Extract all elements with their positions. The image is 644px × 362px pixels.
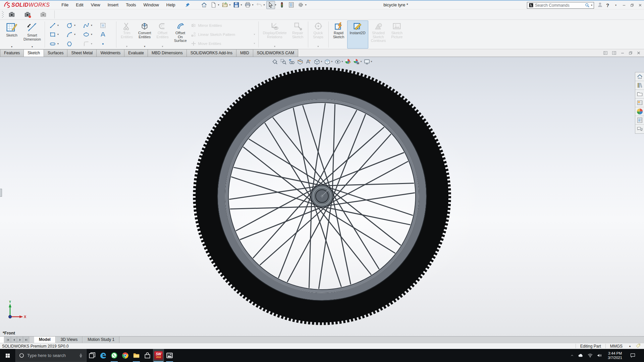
fillet-tool[interactable]: ▾ (81, 40, 97, 48)
open-dropdown-caret[interactable]: ▾ (229, 4, 231, 6)
taskbar-clock[interactable]: 3:44 PM 3/7/2021 (608, 351, 622, 360)
tab-weldments[interactable]: Weldments (96, 49, 124, 57)
move-entities-flyout-caret[interactable]: ▾ (254, 42, 255, 45)
zoom-fit-button[interactable] (271, 58, 279, 66)
point-tool[interactable] (98, 40, 114, 48)
smart-dimension-button[interactable]: Smart Dimension▾ (21, 20, 43, 49)
quick-snaps-button[interactable]: Quick Snaps▾ (310, 20, 327, 49)
menu-help[interactable]: Help (163, 1, 179, 9)
new-doc-button[interactable] (209, 1, 218, 9)
undo-dropdown-caret[interactable]: ▾ (264, 4, 265, 6)
trim-entities-flyout-caret[interactable]: ▾ (126, 45, 127, 48)
tab-sheet-metal[interactable]: Sheet Metal (67, 49, 97, 57)
doc-tab-motion-study-1[interactable]: Motion Study 1 (83, 337, 119, 343)
help-button[interactable]: ? (606, 2, 612, 8)
search-commands-input[interactable] (535, 3, 583, 8)
select-cursor-dropdown-caret[interactable]: ▾ (275, 4, 276, 6)
tab-sketch[interactable]: Sketch (23, 49, 44, 57)
fillet-flyout-caret[interactable]: ▾ (91, 43, 92, 45)
view-settings-dropdown-caret[interactable]: ▾ (371, 60, 372, 63)
repair-sketch-button[interactable]: Repair Sketch (289, 20, 306, 49)
volume-button[interactable] (597, 353, 602, 358)
select-cursor-button[interactable] (266, 1, 275, 9)
collapse-left-icon[interactable] (603, 51, 608, 55)
taskpane-view-palette[interactable] (635, 99, 644, 107)
search-commands[interactable]: ▾ (527, 2, 594, 9)
restore-icon[interactable] (630, 3, 634, 7)
taskpane-design-library[interactable] (635, 81, 644, 90)
mirror-entities-button[interactable]: Mirror Entities (191, 23, 255, 28)
doc-close-icon[interactable] (637, 51, 641, 55)
smart-dimension-flyout-caret[interactable]: ▾ (32, 46, 33, 48)
record-video-button[interactable] (23, 10, 32, 19)
rebuild-button[interactable] (278, 1, 286, 9)
trim-entities-button[interactable]: Trim Entities▾ (118, 20, 136, 49)
offset-entities-flyout-caret[interactable]: ▾ (162, 45, 163, 48)
view-orientation-dropdown-caret[interactable]: ▾ (321, 60, 322, 63)
section-view-button[interactable] (296, 58, 304, 66)
display-delete-relations-flyout-caret[interactable]: ▾ (274, 45, 275, 48)
open-button[interactable] (221, 1, 229, 9)
taskbar-photos[interactable] (164, 349, 175, 362)
settings-dropdown-caret[interactable]: ▾ (305, 4, 307, 6)
taskbar-edge[interactable] (98, 349, 109, 362)
search-dropdown-caret[interactable]: ▾ (591, 4, 592, 7)
tab-solidworks-add-ins[interactable]: SOLIDWORKS Add-Ins (186, 49, 236, 57)
taskpane-forum[interactable] (635, 125, 644, 133)
save-button[interactable] (232, 1, 241, 9)
display-style-dropdown-caret[interactable]: ▾ (331, 60, 332, 63)
taskbar-chrome[interactable] (120, 349, 131, 362)
move-entities-button[interactable]: Move Entities▾ (191, 41, 255, 46)
slot-tool[interactable]: ▾ (47, 40, 63, 48)
taskbar-file-explorer[interactable] (131, 349, 142, 362)
toolbar-drag-handle-icon[interactable] (2, 11, 4, 18)
instant2d-button[interactable]: Instant2D (347, 20, 368, 49)
wifi-button[interactable] (587, 353, 593, 358)
ellipse-tool[interactable]: ▾ (81, 31, 97, 39)
rectangle-tool[interactable]: ▾ (47, 31, 63, 39)
close-icon[interactable] (638, 3, 642, 7)
nav-next-button[interactable] (17, 337, 23, 343)
taskbar-task-view[interactable] (87, 349, 98, 362)
sketch-picture-button[interactable]: Sketch Picture (388, 20, 405, 49)
taskbar-search-input[interactable] (27, 353, 76, 358)
wheel-model[interactable] (191, 65, 453, 327)
hide-items-button[interactable] (333, 58, 342, 66)
convert-entities-flyout-caret[interactable]: ▾ (144, 45, 145, 48)
spline-tool[interactable]: ▾ (81, 21, 97, 29)
panel-splitter-handle[interactable] (0, 189, 2, 197)
home-button[interactable] (200, 1, 209, 9)
previous-view-button[interactable] (287, 58, 296, 66)
slot-flyout-caret[interactable]: ▾ (57, 43, 59, 45)
options-list-button[interactable] (287, 1, 296, 9)
edit-appearance-button[interactable] (344, 58, 353, 66)
ellipse-flyout-caret[interactable]: ▾ (91, 33, 92, 36)
save-dropdown-caret[interactable]: ▾ (241, 4, 242, 6)
sketch-flyout-caret[interactable]: ▾ (11, 46, 12, 48)
menu-window[interactable]: Window (140, 1, 163, 9)
magnifier-icon[interactable] (585, 3, 590, 8)
quick-snaps-flyout-caret[interactable]: ▾ (317, 45, 319, 48)
microphone-icon[interactable] (78, 353, 83, 358)
text-tool[interactable] (98, 31, 114, 39)
spline-flyout-caret[interactable]: ▾ (91, 24, 92, 27)
tab-features[interactable]: Features (0, 49, 24, 57)
linear-sketch-pattern-flyout-caret[interactable]: ▾ (254, 33, 255, 36)
arc-flyout-caret[interactable]: ▾ (74, 33, 75, 36)
rapid-sketch-button[interactable]: Rapid Sketch (330, 20, 347, 49)
tab-evaluate[interactable]: Evaluate (124, 49, 148, 57)
doc-minimize-icon[interactable] (621, 51, 625, 55)
print-dropdown-caret[interactable]: ▾ (252, 4, 254, 6)
taskpane-custom-properties[interactable] (635, 116, 644, 125)
offset-entities-button[interactable]: Offset Entities▾ (154, 20, 171, 49)
line-flyout-caret[interactable]: ▾ (57, 24, 59, 27)
doc-tab-3d-views[interactable]: 3D Views (56, 337, 83, 343)
menu-view[interactable]: View (87, 1, 104, 9)
apply-scene-button[interactable] (353, 58, 361, 66)
login-button[interactable] (597, 2, 603, 9)
units-selector[interactable]: MMGS ▲ (610, 344, 631, 349)
taskbar-solidworks[interactable]: SW2019 (153, 349, 164, 362)
convert-entities-button[interactable]: Convert Entities▾ (136, 20, 154, 49)
help-dropdown-caret[interactable]: ▾ (615, 4, 616, 7)
nav-prev-button[interactable] (11, 337, 17, 343)
